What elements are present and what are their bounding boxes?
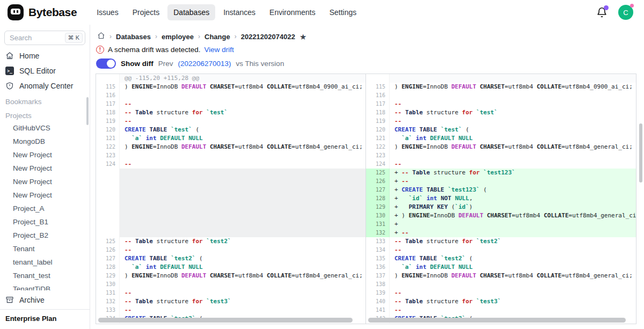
code-token: `test2`	[171, 255, 195, 262]
line-number: 122	[96, 143, 120, 151]
sidebar-item-new-project[interactable]: New Project	[0, 148, 90, 162]
breadcrumb-item-employee[interactable]: employee	[162, 33, 194, 41]
bytebase-logo[interactable]: Bytebase	[8, 4, 77, 20]
sidebar-item-archive[interactable]: Archive	[0, 293, 90, 308]
code-token	[476, 83, 480, 90]
code-token	[142, 135, 146, 142]
diff-row: 136 `a` int DEFAULT NULL	[366, 263, 636, 272]
code-token: Table	[405, 238, 423, 245]
sidebar-item-tenant-test[interactable]: Tenant_test	[0, 269, 90, 282]
nav-item-issues[interactable]: Issues	[91, 4, 124, 20]
code-token: ENGINE	[131, 83, 153, 90]
nav-item-environments[interactable]: Environments	[264, 4, 321, 20]
breadcrumb-item-databases[interactable]: Databases	[116, 33, 151, 41]
code-token: KEY	[437, 203, 448, 210]
sidebar-item-githubvcs[interactable]: GitHubVCS	[0, 121, 90, 135]
sidebar-item-project-b1[interactable]: Project_B1	[0, 215, 90, 229]
code-line: --	[390, 100, 636, 108]
code-token: NOT	[441, 195, 451, 202]
sidebar-item-new-project[interactable]: New Project	[0, 175, 90, 188]
sidebar-item-project-b2[interactable]: Project_B2	[0, 229, 90, 242]
diff-row: 129+ PRIMARY KEY (`id`)	[366, 203, 636, 211]
diff-row: 131+	[366, 220, 636, 229]
horizontal-scrollbar	[368, 318, 634, 323]
code-token	[401, 298, 405, 305]
sidebar-item-new-project[interactable]: New Project	[0, 162, 90, 175]
diff-hunk-header: @@ -115,20 +115,28 @@	[96, 74, 365, 83]
horizontal-scrollbar-thumb[interactable]	[98, 318, 353, 323]
code-token: --	[125, 298, 131, 305]
code-line	[120, 169, 365, 237]
top-nav: Bytebase IssuesProjectsDatabasesInstance…	[0, 0, 644, 25]
search-box[interactable]: ⌘ K	[4, 31, 85, 45]
sidebar-item-tenant[interactable]: Tenant	[0, 242, 90, 255]
diff-row: 119--	[96, 117, 365, 126]
code-token: --	[394, 238, 401, 245]
show-diff-toggle[interactable]	[96, 59, 116, 69]
code-token: CHARSET	[480, 143, 504, 150]
view-drift-link[interactable]: View drift	[204, 46, 234, 54]
code-line: ) ENGINE=InnoDB DEFAULT CHARSET=utf8mb4 …	[390, 83, 636, 91]
line-number: 136	[366, 263, 390, 272]
code-token: DEFAULT	[160, 264, 185, 270]
sidebar: ⌘ K Home >_ SQL Editor Anomaly Center Bo…	[0, 25, 90, 329]
nav-item-instances[interactable]: Instances	[217, 4, 261, 20]
line-number	[366, 74, 390, 83]
sidebar-item-anomaly-center[interactable]: Anomaly Center	[0, 78, 90, 93]
sidebar-item-new-project[interactable]: New Project	[0, 188, 90, 202]
code-line	[390, 91, 636, 100]
breadcrumb-separator: ›	[235, 33, 237, 40]
code-token	[423, 195, 427, 202]
code-line: + `id` int NOT NULL,	[390, 194, 636, 203]
nav-item-settings[interactable]: Settings	[324, 4, 363, 20]
sidebar-item-mongodb[interactable]: MongoDB	[0, 135, 90, 148]
diff-row: 135CREATE TABLE `test2` (	[366, 254, 636, 263]
code-token: COLLATE	[537, 143, 561, 150]
sidebar-scrollbar-thumb[interactable]	[86, 97, 89, 125]
line-number: 139	[366, 289, 390, 297]
code-token: )	[125, 83, 131, 90]
diff-row: 116	[366, 91, 636, 100]
code-token: TABLE	[419, 255, 437, 262]
diff-row: 134--	[366, 246, 636, 254]
code-line	[120, 280, 365, 289]
sidebar-item-tenant-label[interactable]: tenant_label	[0, 255, 90, 269]
prev-version-link[interactable]: (202206270013)	[178, 60, 231, 68]
diff-row: 133-- Table structure for `test2`	[366, 237, 636, 246]
search-input[interactable]	[10, 34, 57, 42]
sidebar-item-label: Home	[19, 52, 39, 60]
notifications-bell-icon[interactable]	[596, 7, 608, 18]
sidebar-item-home[interactable]: Home	[0, 48, 90, 63]
line-number: 120	[366, 126, 390, 134]
code-line: + -- Table structure for `test123`	[390, 169, 636, 177]
line-number: 115	[96, 83, 120, 91]
code-token: --	[401, 178, 408, 185]
code-token: `test3`	[206, 298, 231, 305]
code-token: ,	[469, 195, 473, 202]
code-token: `test123`	[448, 186, 480, 193]
nav-item-projects[interactable]: Projects	[127, 4, 166, 20]
nav-item-databases[interactable]: Databases	[167, 4, 215, 20]
sidebar-item-project-a[interactable]: Project_A	[0, 202, 90, 215]
line-number: 120	[96, 126, 120, 134]
breadcrumb-item-change[interactable]: Change	[204, 33, 230, 41]
horizontal-scrollbar-thumb[interactable]	[368, 318, 626, 323]
page-vertical-scrollbar-thumb[interactable]	[639, 123, 642, 182]
bookmark-star-icon[interactable]: ★	[299, 33, 306, 41]
sidebar-item-label: SQL Editor	[19, 67, 56, 75]
code-token: Table	[412, 169, 430, 176]
breadcrumb-home-icon[interactable]	[97, 32, 105, 41]
line-number: 130	[366, 211, 390, 220]
sidebar-item-sql-editor[interactable]: >_ SQL Editor	[0, 63, 90, 78]
code-token: `test`	[476, 109, 497, 116]
code-line	[120, 151, 365, 160]
code-token: --	[394, 118, 401, 125]
code-token: structure	[423, 298, 462, 305]
code-line: `a` int DEFAULT NULL	[120, 134, 365, 143]
code-token: =InnoDB	[423, 272, 451, 279]
avatar[interactable]: C	[618, 5, 633, 20]
code-token: `a`	[131, 135, 142, 142]
breadcrumb-item-20221202074022[interactable]: 20221202074022	[241, 33, 295, 41]
code-token: )	[469, 203, 473, 210]
code-line: `a` int DEFAULT NULL	[390, 134, 636, 143]
